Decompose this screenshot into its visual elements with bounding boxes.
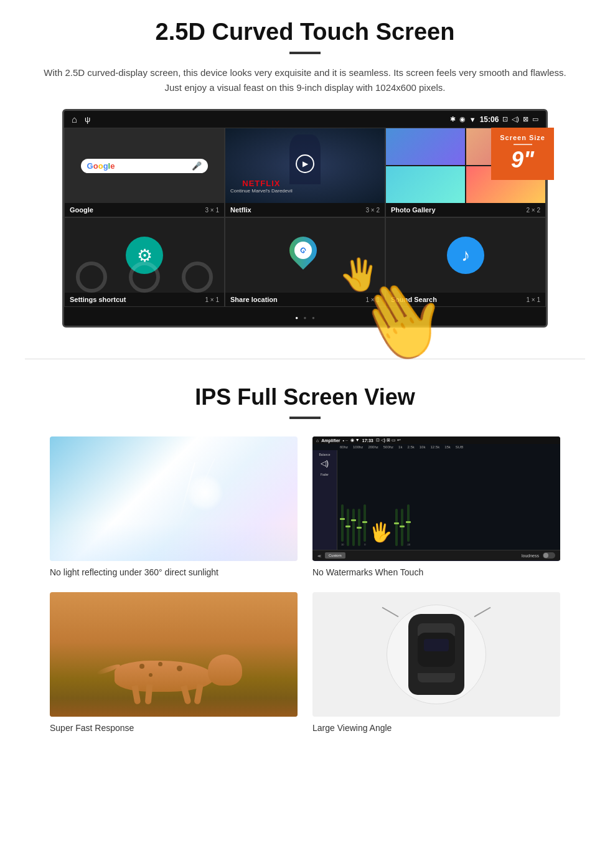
gallery-photo-3	[386, 166, 465, 203]
maps-icon: G	[289, 237, 321, 274]
feature-response: Super Fast Response	[50, 592, 298, 733]
netflix-subtitle: Continue Marvel's Daredevil	[230, 188, 293, 194]
watermark-caption: No Watermarks When Touch	[312, 567, 560, 577]
status-location: ◉	[459, 115, 466, 123]
car-background	[312, 592, 560, 717]
badge-underline	[514, 144, 532, 145]
status-bt: ✱	[450, 115, 456, 123]
amplifier-image: ⌂ Amplifier ▪ ·· ◉ ▼ 17:33 ⊡ ◁) ⊠ ▭ ↩ 60…	[312, 436, 560, 561]
sound-thumbnail: ♪	[386, 218, 545, 293]
amplifier-screen: ⌂ Amplifier ▪ ·· ◉ ▼ 17:33 ⊡ ◁) ⊠ ▭ ↩ 60…	[312, 436, 560, 561]
feature-sunlight: No light reflecting under 360° direct su…	[50, 436, 298, 577]
section2-title: IPS Full Screen View	[37, 384, 573, 410]
pagination-dots: ● ● ●	[64, 307, 546, 326]
gallery-label: Photo Gallery 2 × 2	[386, 203, 545, 217]
car-roof	[418, 633, 455, 667]
gallery-app-name: Photo Gallery	[391, 206, 436, 214]
feature-grid: No light reflecting under 360° direct su…	[37, 436, 573, 733]
settings-grid-size: 1 × 1	[205, 296, 219, 303]
app-cell-sound[interactable]: ♪ Sound Search 1 × 1	[385, 217, 546, 307]
section1-description: With 2.5D curved-display screen, this de…	[37, 65, 573, 95]
cheetah-body	[96, 654, 251, 704]
viewing-caption: Large Viewing Angle	[312, 723, 560, 733]
gallery-grid-size: 2 × 2	[526, 207, 540, 214]
status-bar: ⌂ ψ ✱ ◉ ▼ 15:06 ⊡ ◁) ⊠ ▭	[64, 111, 546, 128]
settings-shadow	[65, 262, 224, 293]
car-top-view	[408, 614, 464, 695]
home-icon: ⌂	[72, 114, 77, 125]
status-time: 15:06	[480, 115, 499, 124]
settings-thumbnail: ⚙	[65, 218, 224, 293]
badge-size: 9"	[511, 147, 534, 172]
settings-label: Settings shortcut 1 × 1	[65, 293, 224, 306]
google-label: Google 3 × 1	[65, 203, 224, 217]
device-wrapper: Screen Size 9" ⌂ ψ ✱ ◉ ▼ 15:06 ⊡ ◁) ⊠ ▭	[62, 109, 548, 328]
section-curved-screen: 2.5D Curved Touch Screen With 2.5D curve…	[0, 0, 610, 340]
google-grid-size: 3 × 1	[205, 207, 219, 214]
section1-title: 2.5D Curved Touch Screen	[37, 19, 573, 45]
car-image	[312, 592, 560, 717]
car-rear-window	[418, 673, 455, 682]
netflix-app-name: Netflix	[230, 206, 251, 214]
section-ips-screen: IPS Full Screen View No light reflecting…	[0, 378, 610, 752]
response-caption: Super Fast Response	[50, 723, 298, 733]
app-grid: Google 🎤 Google 3 × 1	[64, 128, 546, 307]
netflix-logo-text: NETFLIX	[230, 179, 293, 188]
netflix-play-button[interactable]: ▶	[296, 154, 314, 173]
amp-freq-labels: 60hz 100hz 200hz 500hz 1k 2.5k 10k 12.5k…	[312, 444, 560, 450]
screen-size-badge: Screen Size 9"	[491, 128, 554, 180]
sound-grid-size: 1 × 1	[526, 296, 540, 303]
car-circle	[387, 605, 486, 704]
sound-icon: ♪	[447, 237, 484, 274]
amp-custom-btn[interactable]: Custom	[325, 552, 345, 559]
sound-app-name: Sound Search	[391, 296, 437, 303]
badge-title: Screen Size	[500, 134, 545, 141]
app-cell-netflix[interactable]: ▶ NETFLIX Continue Marvel's Daredevil Ne…	[225, 128, 385, 217]
status-window-icon: ▭	[532, 115, 538, 123]
status-camera-icon: ⊡	[502, 115, 508, 123]
sky-background	[50, 436, 298, 561]
share-thumbnail: G 🖐	[225, 218, 385, 293]
amp-sidebar: Balance ◁) Fader	[312, 450, 337, 550]
google-logo: Google	[87, 161, 115, 171]
feature-watermark: ⌂ Amplifier ▪ ·· ◉ ▼ 17:33 ⊡ ◁) ⊠ ▭ ↩ 60…	[312, 436, 560, 577]
sound-label: Sound Search 1 × 1	[386, 293, 545, 306]
sunlight-caption: No light reflecting under 360° direct su…	[50, 567, 298, 577]
amp-eq-area: 10	[337, 450, 560, 550]
app-cell-google[interactable]: Google 🎤 Google 3 × 1	[64, 128, 225, 217]
netflix-grid-size: 3 × 2	[365, 207, 380, 214]
car-display	[424, 639, 449, 651]
google-thumbnail: Google 🎤	[65, 128, 224, 203]
usb-icon: ψ	[85, 115, 90, 124]
app-cell-settings[interactable]: ⚙ Settings shortcut 1 × 1	[64, 217, 225, 307]
netflix-info-label: NETFLIX Continue Marvel's Daredevil	[230, 179, 293, 194]
pointing-hand-icon: 🖐	[340, 257, 378, 293]
amp-main-content: Balance ◁) Fader 10	[312, 450, 560, 550]
share-label: Share location 1 × 1	[225, 293, 385, 306]
device-screen: ⌂ ψ ✱ ◉ ▼ 15:06 ⊡ ◁) ⊠ ▭	[62, 109, 548, 328]
google-mic-icon[interactable]: 🎤	[192, 161, 202, 171]
settings-app-name: Settings shortcut	[70, 296, 126, 303]
amp-status-bar: ⌂ Amplifier ▪ ·· ◉ ▼ 17:33 ⊡ ◁) ⊠ ▭ ↩	[312, 436, 560, 444]
share-app-name: Share location	[230, 296, 278, 303]
section2-divider	[289, 417, 321, 419]
gallery-photo-1	[386, 128, 465, 165]
share-grid-size: 1 × 1	[365, 296, 380, 303]
feature-viewing: Large Viewing Angle	[312, 592, 560, 733]
netflix-label: Netflix 3 × 2	[225, 203, 385, 217]
section-divider	[25, 359, 585, 359]
amp-loudness-toggle[interactable]	[543, 552, 555, 559]
status-volume-icon: ◁)	[512, 115, 519, 123]
status-wifi: ▼	[469, 116, 476, 123]
section1-divider	[289, 52, 321, 54]
cheetah-background	[50, 592, 298, 717]
amp-footer: ≪ Custom loudness	[312, 550, 560, 560]
app-cell-share[interactable]: G 🖐 Share location 1 × 1	[225, 217, 385, 307]
sunlight-image	[50, 436, 298, 561]
cheetah-image	[50, 592, 298, 717]
netflix-thumbnail: ▶ NETFLIX Continue Marvel's Daredevil	[225, 128, 385, 203]
google-app-name: Google	[70, 206, 93, 214]
google-search-bar[interactable]: Google 🎤	[81, 159, 209, 173]
hand-eq-icon: 🖐	[369, 521, 392, 543]
status-close-icon: ⊠	[523, 115, 528, 123]
